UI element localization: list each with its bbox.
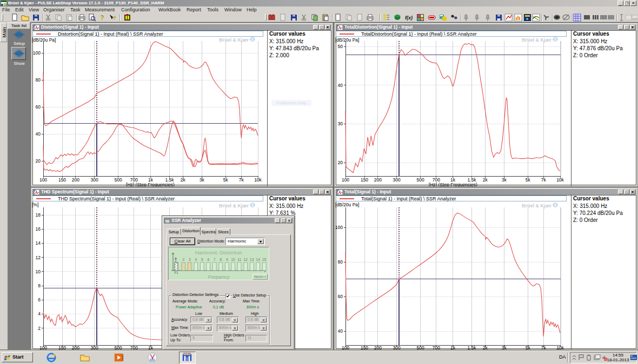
svg-text:200: 200 xyxy=(374,345,382,349)
svg-text:4: 4 xyxy=(38,311,41,316)
svg-text:4: 4 xyxy=(195,258,197,261)
svg-text:15: 15 xyxy=(262,258,267,261)
svg-text:700: 700 xyxy=(433,345,440,349)
svg-text:300: 300 xyxy=(91,345,98,349)
svg-text:1.5k: 1.5k xyxy=(467,345,476,349)
svg-text:13: 13 xyxy=(250,258,254,261)
svg-text:700: 700 xyxy=(130,345,138,349)
svg-text:3k: 3k xyxy=(502,345,507,349)
svg-text:?: ? xyxy=(100,14,104,22)
svg-text:100: 100 xyxy=(335,225,343,230)
svg-text:2k: 2k xyxy=(483,177,488,183)
svg-text:2: 2 xyxy=(182,258,184,261)
svg-text:[Hz] (Step Frequencies): [Hz] (Step Frequencies) xyxy=(126,182,175,187)
svg-text:8: 8 xyxy=(38,283,41,288)
svg-text:7k: 7k xyxy=(541,177,547,183)
svg-text:200: 200 xyxy=(72,345,79,349)
svg-text:5k: 5k xyxy=(526,345,531,349)
svg-text:10k: 10k xyxy=(556,177,564,183)
svg-text:8: 8 xyxy=(220,258,222,261)
svg-text:80: 80 xyxy=(338,259,343,265)
svg-text:3k: 3k xyxy=(502,177,507,183)
svg-text:20: 20 xyxy=(36,158,41,164)
svg-text:1k: 1k xyxy=(148,345,154,349)
svg-text:500: 500 xyxy=(417,177,424,183)
svg-text:10: 10 xyxy=(231,258,236,261)
svg-text:60: 60 xyxy=(36,104,41,110)
svg-text:200: 200 xyxy=(72,177,79,183)
svg-text:7: 7 xyxy=(214,258,216,261)
svg-text:300: 300 xyxy=(91,177,98,183)
svg-text:80: 80 xyxy=(36,77,41,83)
svg-text:300: 300 xyxy=(393,345,401,349)
svg-text:40: 40 xyxy=(338,83,343,88)
svg-text:100: 100 xyxy=(33,50,41,56)
svg-text:100: 100 xyxy=(342,345,349,349)
svg-text:9: 9 xyxy=(226,258,228,261)
svg-text:18: 18 xyxy=(36,212,41,218)
svg-text:10k: 10k xyxy=(254,177,262,183)
svg-text:150: 150 xyxy=(58,345,66,349)
svg-text:5: 5 xyxy=(201,258,203,261)
svg-text:200: 200 xyxy=(374,177,382,183)
svg-text:3k: 3k xyxy=(200,177,205,183)
svg-text:100: 100 xyxy=(39,345,47,349)
svg-text:1k: 1k xyxy=(450,345,456,349)
svg-text:500: 500 xyxy=(417,345,424,349)
svg-text:3: 3 xyxy=(189,258,191,261)
svg-text:12: 12 xyxy=(36,255,41,260)
svg-text:150: 150 xyxy=(361,345,368,349)
svg-text:16: 16 xyxy=(36,226,41,232)
svg-text:150: 150 xyxy=(58,177,66,183)
svg-text:14: 14 xyxy=(256,258,261,261)
svg-text:150: 150 xyxy=(361,177,368,183)
svg-text:100: 100 xyxy=(342,177,349,183)
svg-text:2: 2 xyxy=(38,326,41,331)
svg-text:10: 10 xyxy=(36,269,41,274)
svg-text:?: ? xyxy=(113,15,116,21)
svg-text:5k: 5k xyxy=(223,177,229,183)
svg-text:5k: 5k xyxy=(526,177,531,183)
svg-text:40: 40 xyxy=(36,131,41,137)
svg-text:11: 11 xyxy=(237,258,241,261)
svg-text:[Hz] (Step Frequencies): [Hz] (Step Frequencies) xyxy=(429,182,477,187)
svg-text:f(x): f(x) xyxy=(405,15,413,21)
svg-text:7k: 7k xyxy=(239,177,244,183)
svg-text:300: 300 xyxy=(393,177,401,183)
svg-text:50: 50 xyxy=(338,44,343,49)
svg-text:7k: 7k xyxy=(541,345,547,349)
svg-text:2k: 2k xyxy=(181,177,186,183)
svg-text:2k: 2k xyxy=(483,345,488,349)
svg-text:10k: 10k xyxy=(556,345,564,349)
svg-text:500: 500 xyxy=(115,177,122,183)
svg-text:12: 12 xyxy=(244,258,248,261)
svg-text:30: 30 xyxy=(338,121,343,126)
svg-text:500: 500 xyxy=(115,345,122,349)
svg-text:20: 20 xyxy=(338,160,343,165)
svg-text:14: 14 xyxy=(36,240,41,246)
svg-text:PULSE: PULSE xyxy=(184,353,190,355)
svg-text:6: 6 xyxy=(38,297,41,302)
svg-text:40: 40 xyxy=(338,328,343,334)
svg-text:100: 100 xyxy=(39,177,47,183)
svg-text:60: 60 xyxy=(338,294,343,299)
svg-text:6: 6 xyxy=(207,258,209,261)
